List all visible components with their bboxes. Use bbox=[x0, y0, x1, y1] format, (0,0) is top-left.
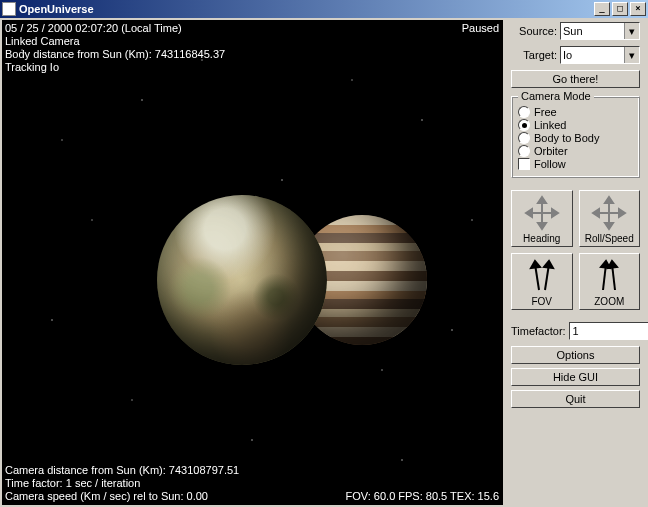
overlay-paused: Paused bbox=[462, 22, 499, 35]
radio-icon bbox=[518, 145, 530, 157]
zoom-button[interactable]: ZOOM bbox=[579, 253, 641, 310]
overlay-tracking: Tracking Io bbox=[5, 61, 225, 74]
svg-marker-15 bbox=[544, 261, 553, 268]
radio-icon bbox=[518, 132, 530, 144]
overlay-bottom-right: FOV: 60.0 FPS: 80.5 TEX: 15.6 bbox=[346, 490, 499, 503]
svg-marker-5 bbox=[552, 209, 558, 217]
overlay-datetime: 05 / 25 / 2000 02:07:20 (Local Time) bbox=[5, 22, 225, 35]
target-label: Target: bbox=[511, 49, 557, 61]
arrows-vertical-icon bbox=[591, 258, 627, 294]
options-button[interactable]: Options bbox=[511, 346, 640, 364]
close-button[interactable]: × bbox=[630, 2, 646, 16]
chevron-down-icon: ▾ bbox=[624, 23, 639, 39]
radio-body-to-body[interactable]: Body to Body bbox=[518, 132, 633, 144]
titlebar[interactable]: OpenUniverse _ □ × bbox=[0, 0, 648, 18]
svg-marker-4 bbox=[526, 209, 532, 217]
radio-linked[interactable]: Linked bbox=[518, 119, 633, 131]
target-combo[interactable]: Io ▾ bbox=[560, 46, 640, 64]
svg-marker-9 bbox=[605, 223, 613, 229]
hide-gui-button[interactable]: Hide GUI bbox=[511, 368, 640, 386]
minimize-button[interactable]: _ bbox=[594, 2, 610, 16]
viewport-3d[interactable]: 05 / 25 / 2000 02:07:20 (Local Time) Lin… bbox=[2, 20, 503, 505]
target-value: Io bbox=[563, 49, 572, 61]
radio-label: Orbiter bbox=[534, 145, 568, 157]
overlay-body-distance: Body distance from Sun (Km): 743116845.3… bbox=[5, 48, 225, 61]
overlay-timefactor: Time factor: 1 sec / iteration bbox=[5, 477, 239, 490]
source-label: Source: bbox=[511, 25, 557, 37]
radio-label: Linked bbox=[534, 119, 566, 131]
heading-button[interactable]: Heading bbox=[511, 190, 573, 247]
check-label: Follow bbox=[534, 158, 566, 170]
overlay-stats: FOV: 60.0 FPS: 80.5 TEX: 15.6 bbox=[346, 490, 499, 503]
overlay-camera-mode: Linked Camera bbox=[5, 35, 225, 48]
planet-io bbox=[157, 195, 327, 365]
svg-marker-2 bbox=[538, 197, 546, 203]
radio-label: Free bbox=[534, 106, 557, 118]
camera-mode-legend: Camera Mode bbox=[518, 90, 594, 102]
svg-marker-19 bbox=[608, 261, 617, 268]
window-title: OpenUniverse bbox=[19, 3, 94, 15]
overlay-cam-distance: Camera distance from Sun (Km): 743108797… bbox=[5, 464, 239, 477]
overlay-top-left: 05 / 25 / 2000 02:07:20 (Local Time) Lin… bbox=[5, 22, 225, 74]
svg-marker-10 bbox=[593, 209, 599, 217]
nav-label: FOV bbox=[514, 296, 570, 307]
go-there-button[interactable]: Go there! bbox=[511, 70, 640, 88]
fov-button[interactable]: FOV bbox=[511, 253, 573, 310]
nav-label: Heading bbox=[514, 233, 570, 244]
check-follow[interactable]: Follow bbox=[518, 158, 633, 170]
radio-free[interactable]: Free bbox=[518, 106, 633, 118]
rollspeed-button[interactable]: Roll/Speed bbox=[579, 190, 641, 247]
maximize-button[interactable]: □ bbox=[612, 2, 628, 16]
overlay-top-right: Paused bbox=[462, 22, 499, 35]
svg-marker-8 bbox=[605, 197, 613, 203]
timefactor-spinner[interactable]: ▲ ▼ bbox=[569, 322, 648, 340]
camera-mode-group: Camera Mode Free Linked Body to Body Orb… bbox=[511, 96, 640, 178]
timefactor-input[interactable] bbox=[569, 322, 648, 340]
svg-marker-13 bbox=[531, 261, 540, 268]
checkbox-icon bbox=[518, 158, 530, 170]
arrows-cross-icon bbox=[524, 195, 560, 231]
timefactor-label: Timefactor: bbox=[511, 325, 566, 337]
svg-marker-11 bbox=[619, 209, 625, 217]
overlay-cam-speed: Camera speed (Km / sec) rel to Sun: 0.00 bbox=[5, 490, 239, 503]
radio-label: Body to Body bbox=[534, 132, 599, 144]
source-combo[interactable]: Sun ▾ bbox=[560, 22, 640, 40]
radio-icon bbox=[518, 119, 530, 131]
nav-label: ZOOM bbox=[582, 296, 638, 307]
arrows-cross-icon bbox=[591, 195, 627, 231]
quit-button[interactable]: Quit bbox=[511, 390, 640, 408]
overlay-bottom-left: Camera distance from Sun (Km): 743108797… bbox=[5, 464, 239, 503]
control-panel: Source: Sun ▾ Target: Io ▾ Go there! Cam… bbox=[505, 18, 646, 507]
arrows-vertical-icon bbox=[524, 258, 560, 294]
source-value: Sun bbox=[563, 25, 583, 37]
chevron-down-icon: ▾ bbox=[624, 47, 639, 63]
nav-label: Roll/Speed bbox=[582, 233, 638, 244]
app-icon bbox=[2, 2, 16, 16]
svg-marker-3 bbox=[538, 223, 546, 229]
radio-icon bbox=[518, 106, 530, 118]
radio-orbiter[interactable]: Orbiter bbox=[518, 145, 633, 157]
